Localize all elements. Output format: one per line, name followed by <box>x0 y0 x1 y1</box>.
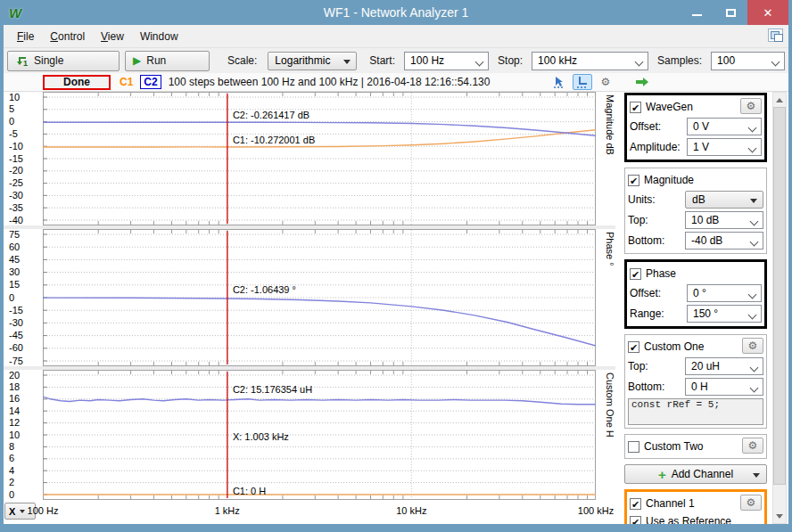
menu-file[interactable]: File <box>9 27 42 46</box>
custom-one-settings-button[interactable]: ⚙ <box>742 338 763 354</box>
panel-wavegen: ✔ WaveGen ⚙ Offset: 0 V Amplitude: 1 V <box>624 93 767 162</box>
menu-control[interactable]: Control <box>42 27 93 46</box>
gear-icon: ⚙ <box>748 340 758 352</box>
window-title: WF1 - Network Analyzer 1 <box>4 5 788 20</box>
x-tick-label: 100 Hz <box>28 505 59 516</box>
custom-one-script-field[interactable]: const rRef = 5; <box>628 398 763 425</box>
wavegen-amplitude-label: Amplitude: <box>630 141 683 153</box>
svg-text:C1: 0 H: C1: 0 H <box>233 486 266 496</box>
wavegen-checkbox[interactable]: ✔ <box>630 102 641 113</box>
start-combobox[interactable]: 100 Hz <box>404 52 489 70</box>
scale-dropdown[interactable]: Logarithmic <box>268 52 357 70</box>
run-play-icon: ▶ <box>133 54 141 67</box>
custom-one-plot-canvas[interactable]: C2: 15.176354 uHX: 1.003 kHzC1: 0 H <box>43 370 596 500</box>
custom-one-y-axis: 20181614121086420 <box>4 370 43 500</box>
run-button[interactable]: ▶ Run <box>125 51 210 71</box>
x-tick-label: 10 kHz <box>396 505 426 516</box>
custom-one-top-label: Top: <box>628 360 681 372</box>
magnitude-bottom-label: Bottom: <box>628 234 681 247</box>
y-tick-label: 30 <box>9 266 20 277</box>
custom-one-bottom-combobox[interactable]: 0 H <box>685 378 763 396</box>
y-tick-label: 75 <box>9 229 20 240</box>
custom-one-bottom-label: Bottom: <box>628 381 681 393</box>
samples-label: Samples: <box>657 54 702 67</box>
channel1-settings-button[interactable]: ⚙ <box>740 495 762 511</box>
single-icon: 1 <box>15 54 29 67</box>
magnitude-plot-canvas[interactable]: C2: -0.261417 dBC1: -10.272001 dB <box>43 92 596 225</box>
custom-one-checkbox[interactable]: ✔ <box>628 341 639 353</box>
magnitude-top-label: Top: <box>628 214 681 226</box>
samples-combobox[interactable]: 100 <box>711 52 785 70</box>
y-tick-label: -25 <box>9 177 23 188</box>
y-tick-label: -45 <box>9 330 23 340</box>
plots-column: 1050-5-10-15-20-25-30-35-40 C2: -0.26141… <box>4 92 615 524</box>
pointer-tool-button[interactable] <box>549 74 569 90</box>
custom-two-checkbox[interactable] <box>628 441 639 453</box>
channel2-tag[interactable]: C2 <box>140 75 161 89</box>
scale-label: Scale: <box>227 54 257 67</box>
magnitude-units-label: Units: <box>628 193 681 206</box>
magnitude-checkbox[interactable]: ✔ <box>628 175 639 186</box>
gear-icon: ⚙ <box>747 496 756 509</box>
maximize-icon <box>726 9 736 17</box>
collapse-panel-arrow-icon[interactable] <box>635 78 649 86</box>
wavegen-amplitude-combobox[interactable]: 1 V <box>687 138 762 156</box>
channel1-title: Channel 1 <box>646 497 695 510</box>
phase-range-label: Range: <box>630 307 683 320</box>
menu-view[interactable]: View <box>93 27 132 46</box>
sidebar-scrollbar[interactable] <box>772 92 787 524</box>
custom-two-settings-button[interactable]: ⚙ <box>742 438 763 454</box>
minimize-icon <box>692 14 702 16</box>
scroll-up-arrow[interactable] <box>773 93 786 107</box>
y-tick-label: 45 <box>9 254 20 265</box>
magnitude-y-axis: 1050-5-10-15-20-25-30-35-40 <box>4 92 43 225</box>
magnitude-axis-title: Magnitude dB <box>596 92 615 225</box>
y-tick-label: -60 <box>9 342 23 353</box>
wavegen-settings-button[interactable]: ⚙ <box>740 98 762 114</box>
cursor-tool-button[interactable] <box>573 74 592 90</box>
y-tick-label: 0 <box>9 489 14 500</box>
phase-axis-title: Phase ° <box>596 229 615 366</box>
scroll-down-arrow[interactable] <box>773 509 786 523</box>
single-button[interactable]: 1 Single <box>7 51 120 71</box>
svg-text:C2: -1.06439 °: C2: -1.06439 ° <box>233 284 296 295</box>
status-bar: Done C1 C2 100 steps between 100 Hz and … <box>4 73 788 92</box>
phase-checkbox[interactable]: ✔ <box>630 268 641 280</box>
scrollbar-thumb[interactable] <box>773 107 786 485</box>
cascade-windows-icon[interactable] <box>768 29 783 42</box>
y-tick-label: 10 <box>9 430 20 440</box>
cursor-settings-button[interactable]: ⚙ <box>596 74 615 90</box>
phase-range-combobox[interactable]: 150 ° <box>687 305 762 323</box>
maximize-button[interactable] <box>714 0 747 25</box>
gear-icon: ⚙ <box>601 76 611 88</box>
y-tick-label: 0 <box>9 116 14 127</box>
close-button[interactable]: ✕ <box>747 0 788 25</box>
title-bar[interactable]: W WF1 - Network Analyzer 1 ✕ <box>4 0 788 25</box>
stop-combobox[interactable]: 100 kHz <box>532 52 648 70</box>
wavegen-offset-combobox[interactable]: 0 V <box>687 118 762 135</box>
y-tick-label: 8 <box>9 441 14 452</box>
close-icon: ✕ <box>763 6 773 20</box>
toolbar: 1 Single ▶ Run Scale: Logarithmic Start:… <box>4 48 788 73</box>
y-tick-label: -15 <box>9 305 23 315</box>
channel1-use-ref-checkbox[interactable]: ✔ <box>630 516 641 525</box>
wavegen-offset-label: Offset: <box>630 120 683 133</box>
menu-bar: FileControlViewWindow <box>4 25 788 48</box>
magnitude-units-dropdown[interactable]: dB <box>685 191 763 209</box>
y-tick-label: 10 <box>9 92 20 102</box>
channel1-tag[interactable]: C1 <box>120 76 133 88</box>
phase-plot-canvas[interactable]: C2: -1.06439 ° <box>43 229 596 366</box>
magnitude-top-combobox[interactable]: 10 dB <box>685 211 763 229</box>
menu-window[interactable]: Window <box>132 27 186 46</box>
wavegen-title: WaveGen <box>646 101 693 113</box>
phase-y-axis: 75604530150-15-30-45-60-75 <box>4 229 43 366</box>
phase-offset-combobox[interactable]: 0 ° <box>687 284 762 302</box>
panel-phase: ✔ Phase Offset: 0 ° Range: 150 ° <box>624 259 767 329</box>
minimize-button[interactable] <box>680 0 714 25</box>
y-tick-label: -15 <box>9 153 23 164</box>
add-channel-button[interactable]: + Add Channel <box>624 464 767 484</box>
magnitude-bottom-combobox[interactable]: -40 dB <box>685 232 763 250</box>
pointer-icon <box>553 76 565 88</box>
custom-one-top-combobox[interactable]: 20 uH <box>685 357 763 375</box>
channel1-checkbox[interactable]: ✔ <box>630 498 641 510</box>
